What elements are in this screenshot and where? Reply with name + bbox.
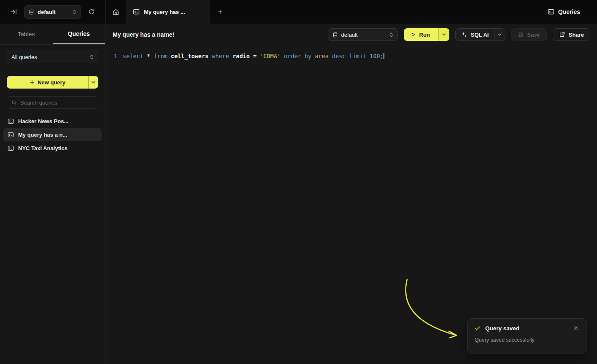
chevron-down-icon	[442, 33, 446, 36]
tab-my-query[interactable]: My query has ...	[126, 0, 210, 24]
toast-title: Query saved	[485, 325, 568, 332]
queries-top-link[interactable]: Queries	[548, 0, 580, 24]
chevron-updown-icon	[389, 32, 393, 38]
main-panel: My query has a name! default	[106, 24, 597, 364]
share-icon	[559, 32, 565, 38]
refresh-button[interactable]	[86, 7, 97, 17]
sql-code: select * from cell_towers where radio = …	[123, 52, 384, 60]
query-icon	[8, 132, 14, 138]
chevron-down-icon	[92, 81, 95, 84]
sidebar-tab-tables[interactable]: Tables	[0, 24, 53, 44]
play-icon	[411, 32, 416, 37]
editor-header-controls: default Run	[328, 28, 590, 41]
collapse-sidebar-icon	[10, 8, 17, 15]
search-icon	[11, 100, 17, 105]
save-button-label: Save	[527, 32, 540, 38]
sql-token: 'CDMA'	[260, 53, 284, 59]
sidebar-tab-queries[interactable]: Queries	[53, 24, 105, 44]
code-line: 1 select * from cell_towers where radio …	[106, 46, 597, 60]
topbar-database-selector[interactable]: default	[24, 5, 81, 19]
sql-token: select	[123, 53, 147, 59]
top-bar: default My query has ...	[0, 0, 597, 24]
sql-token: where	[212, 53, 232, 59]
plus-icon	[30, 80, 35, 85]
toast-message: Query saved successfully	[475, 337, 579, 343]
new-query-button[interactable]: New query	[7, 76, 88, 89]
query-item-label: NYC Taxi Analytics	[18, 145, 68, 151]
sql-token: =	[253, 53, 260, 59]
check-icon	[475, 325, 481, 331]
new-query-label: New query	[38, 79, 65, 86]
query-icon	[8, 118, 14, 124]
chevron-updown-icon	[90, 54, 94, 60]
home-button[interactable]	[111, 7, 121, 17]
chevron-updown-icon	[73, 9, 76, 15]
query-filter-value: All queries	[11, 54, 90, 60]
new-query-dropdown-button[interactable]	[88, 76, 98, 89]
editor-database-value: default	[341, 32, 386, 38]
search-queries-input[interactable]	[20, 100, 95, 106]
add-tab-button[interactable]	[216, 7, 225, 16]
close-icon	[574, 326, 578, 330]
run-button-group: Run	[404, 28, 449, 41]
editor-header: My query has a name! default	[106, 24, 597, 46]
sql-token: limit	[349, 53, 370, 59]
query-item-label: My query has a n...	[18, 132, 67, 138]
line-number: 1	[113, 52, 117, 60]
sql-ai-options-button[interactable]	[494, 29, 505, 40]
sparkles-icon	[461, 32, 467, 38]
home-icon	[112, 8, 119, 16]
toast-header: Query saved	[475, 325, 579, 332]
collapse-sidebar-button[interactable]	[8, 7, 19, 16]
query-list-item-selected[interactable]: My query has a n...	[3, 128, 102, 141]
run-options-button[interactable]	[438, 28, 449, 41]
sql-token: 100	[370, 53, 380, 59]
sql-ai-button-group: SQL AI	[455, 28, 506, 41]
sql-token: radio	[232, 53, 253, 59]
run-button-label: Run	[419, 32, 430, 38]
share-button[interactable]: Share	[553, 28, 590, 41]
app-window: default My query has ...	[0, 0, 597, 364]
sql-token: desc	[332, 53, 349, 59]
sql-token: *	[147, 53, 154, 59]
sidebar-controls: All queries New query	[0, 45, 105, 109]
sql-editor[interactable]: 1 select * from cell_towers where radio …	[106, 46, 597, 364]
new-query-button-group: New query	[7, 76, 98, 89]
plus-icon	[217, 9, 223, 15]
query-icon	[8, 145, 14, 151]
save-icon	[518, 32, 524, 38]
query-item-label: Hacker News Pos...	[18, 118, 68, 124]
query-filter-dropdown[interactable]: All queries	[7, 51, 98, 63]
queries-icon	[548, 8, 554, 15]
sql-token: area	[315, 53, 332, 59]
text-cursor	[384, 53, 384, 59]
tab-label: My query has ...	[144, 9, 185, 15]
query-icon	[133, 8, 140, 15]
query-list-item[interactable]: NYC Taxi Analytics	[3, 142, 102, 154]
save-button[interactable]: Save	[511, 28, 546, 41]
refresh-icon	[88, 8, 95, 15]
toast-query-saved: Query saved Query saved successfully	[467, 318, 586, 353]
database-icon	[332, 32, 338, 38]
sidebar: Tables Queries All queries New query	[0, 24, 105, 364]
query-title: My query has a name!	[113, 31, 328, 38]
chevron-down-icon	[498, 33, 502, 36]
sql-token: order by	[284, 53, 315, 59]
sql-token: ;	[380, 53, 384, 59]
sql-ai-button[interactable]: SQL AI	[456, 29, 494, 40]
query-search-box	[7, 96, 98, 109]
sql-token: from	[154, 53, 171, 59]
database-selector-value: default	[38, 9, 69, 15]
run-button[interactable]: Run	[404, 28, 438, 41]
queries-link-label: Queries	[558, 8, 580, 15]
topbar-divider	[105, 0, 106, 24]
query-list-item[interactable]: Hacker News Pos...	[3, 115, 102, 127]
sidebar-tabs: Tables Queries	[0, 24, 105, 45]
tab-queries-label: Queries	[68, 30, 90, 37]
share-button-label: Share	[569, 32, 584, 38]
sql-ai-label: SQL AI	[471, 32, 489, 38]
database-icon	[29, 9, 34, 15]
toast-close-button[interactable]	[573, 325, 579, 332]
sql-token: cell_towers	[171, 53, 212, 59]
editor-database-selector[interactable]: default	[328, 28, 398, 41]
